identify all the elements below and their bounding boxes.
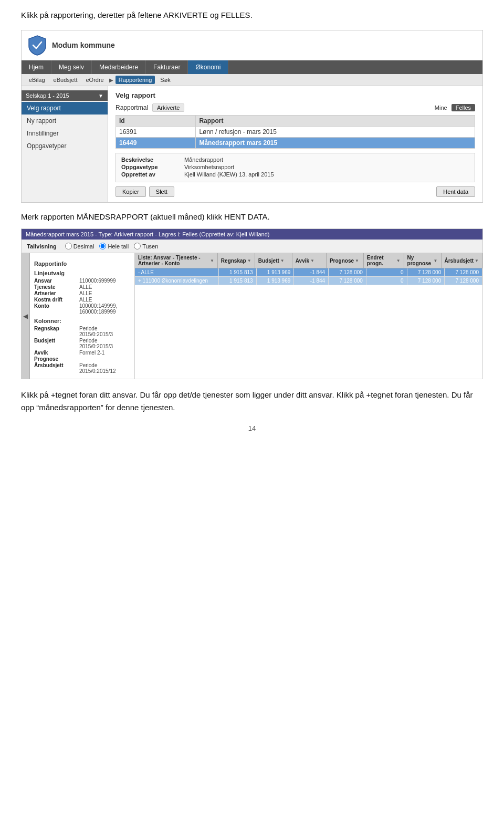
info-konto: Konto 100000:149999, 160000:189999: [34, 303, 130, 315]
sort-icon: ▼: [310, 258, 314, 263]
cell-rapport: Månedsrapport mars 2015: [196, 138, 475, 149]
label-prognose: Prognose: [34, 356, 76, 362]
detail-label: Oppgavetype: [121, 164, 179, 170]
sort-icon: ▼: [280, 258, 285, 263]
header-ny-prognose: Ny prognose ▼: [404, 253, 442, 268]
screenshot-2: Månedsrapport mars 2015 - Type: Arkivert…: [21, 228, 483, 379]
report-body: ◀ Rapportinfo Linjeutvalg Ansvar 110000:…: [22, 253, 482, 379]
value-budsjett: Periode 2015/0:2015/3: [79, 338, 130, 349]
cell-prognose: 7 128 000: [329, 277, 366, 285]
label-ansvar: Ansvar: [34, 278, 76, 284]
header-arsbudsjett-label: Årsbudsjett: [445, 258, 474, 264]
cell-avvik: -1 844: [294, 268, 329, 276]
info-tjeneste: Tjeneste ALLE: [34, 284, 130, 290]
header-budsjett-label: Budsjett: [258, 258, 279, 264]
col-id: Id: [116, 116, 196, 127]
report-left-panel: Rapportinfo Linjeutvalg Ansvar 110000:69…: [30, 253, 135, 379]
cell-arsbudsjett: 7 128 000: [445, 277, 482, 285]
sidebar: Selskap 1 - 2015 ▼ Velg rapport Ny rappo…: [22, 86, 108, 202]
kopier-button[interactable]: Kopier: [116, 186, 146, 197]
rapportmal-value[interactable]: Arkiverte: [152, 103, 184, 112]
cell-ny-prognose: 7 128 000: [407, 277, 445, 285]
header-arsbudsjett: Årsbudsjett ▼: [442, 253, 482, 268]
nav-okonomi[interactable]: Økonomi: [188, 60, 228, 74]
nav-hjem[interactable]: Hjem: [22, 60, 51, 74]
middle-text: Merk rapporten MÅNEDSRAPPORT (aktuell må…: [21, 212, 483, 221]
sidebar-item-velg-rapport[interactable]: Velg rapport: [22, 102, 108, 115]
radio-tusen[interactable]: Tusen: [134, 243, 158, 249]
cell-budsjett: 1 913 969: [257, 277, 295, 285]
table-row[interactable]: 16449 Månedsrapport mars 2015: [116, 138, 475, 149]
info-regnskap: Regnskap Periode 2015/0:2015/3: [34, 326, 130, 337]
detail-value-opprettet: Kjell Willand (KJEW) 13. april 2015: [184, 171, 274, 178]
cell-endret: 0: [366, 277, 407, 285]
nav-medarbeidere[interactable]: Medarbeidere: [92, 60, 146, 74]
left-toggle-arrow[interactable]: ◀: [22, 253, 30, 379]
table-row[interactable]: 16391 Lønn / refusjon - mars 2015: [116, 127, 475, 138]
radio-group: Desimal Hele tall Tusen: [65, 243, 159, 249]
cell-budsjett: 1 913 969: [257, 268, 295, 276]
header-endret-label: Endret progn.: [367, 255, 395, 266]
label-tjeneste: Tjeneste: [34, 284, 76, 290]
sub-nav-sok[interactable]: Søk: [157, 76, 174, 84]
header-prognose-label: Prognose: [330, 258, 354, 264]
value-arsbudsjett: Periode 2015/0:2015/12: [79, 362, 130, 374]
label-konto: Konto: [34, 303, 76, 315]
radio-tusen-input[interactable]: [134, 243, 141, 249]
col-rapport: Rapport: [196, 116, 475, 127]
nav-meg-selv[interactable]: Meg selv: [51, 60, 92, 74]
sub-nav-eordre[interactable]: eOrdre: [82, 76, 107, 84]
value-ansvar: 110000:699999: [79, 278, 116, 284]
value-konto: 100000:149999, 160000:189999: [79, 303, 130, 315]
main-content: Selskap 1 - 2015 ▼ Velg rapport Ny rappo…: [22, 86, 482, 202]
value-kostra: ALLE: [79, 297, 92, 303]
info-kostra: Kostra drift ALLE: [34, 297, 130, 303]
detail-value-beskrivelse: Månedsrapport: [184, 157, 223, 163]
radio-tusen-label: Tusen: [142, 243, 158, 249]
sidebar-item-ny-rapport[interactable]: Ny rapport: [22, 115, 108, 127]
felles-tag[interactable]: Felles: [452, 104, 475, 111]
sidebar-company-arrow: ▼: [98, 93, 103, 99]
hent-data-button[interactable]: Hent data: [436, 186, 475, 197]
sub-nav-rapportering[interactable]: Rapportering: [116, 76, 155, 84]
value-avvik: Formel 2-1: [79, 350, 104, 356]
cell-avvik: -1 844: [294, 277, 329, 285]
table-row[interactable]: - ALLE 1 915 813 1 913 969 -1 844 7 128 …: [135, 268, 482, 277]
company-name: Modum kommune: [52, 41, 115, 49]
tallvisning-label: Tallvisning: [27, 243, 57, 249]
table-row[interactable]: + 111000 Økonomiavdelingen 1 915 813 1 9…: [135, 277, 482, 285]
radio-hele-tall-input[interactable]: [99, 243, 106, 249]
info-arsbudsjett: Årsbudsjett Periode 2015/0:2015/12: [34, 362, 130, 374]
top-nav: Hjem Meg selv Medarbeidere Fakturaer Øko…: [22, 60, 482, 74]
header-prognose: Prognose ▼: [327, 253, 364, 268]
sidebar-company[interactable]: Selskap 1 - 2015 ▼: [22, 90, 108, 101]
bottom-text: Klikk på +tegnet foran ditt ansvar. Du f…: [21, 389, 483, 414]
cell-id: 16391: [116, 127, 196, 138]
radio-hele-tall[interactable]: Hele tall: [99, 243, 129, 249]
label-regnskap: Regnskap: [34, 326, 76, 337]
report-sub-area: Tallvisning Desimal Hele tall Tusen: [22, 240, 482, 253]
sub-nav-ebilag[interactable]: eBilag: [26, 76, 48, 84]
sub-nav-ebudsjett[interactable]: eBudsjett: [50, 76, 81, 84]
sidebar-item-oppgavetyper[interactable]: Oppgavetyper: [22, 140, 108, 152]
header-ny-prognose-label: Ny prognose: [407, 255, 433, 266]
detail-section: Beskrivelse Månedsrapport Oppgavetype Vi…: [116, 153, 475, 182]
buttons-row: Kopier Slett Hent data: [116, 186, 475, 197]
detail-label: Opprettet av: [121, 171, 179, 178]
report-data-area: Liste: Ansvar - Tjeneste - Artserier - K…: [135, 253, 482, 379]
right-panel: Velg rapport Rapportmal Arkiverte Mine F…: [108, 86, 482, 202]
sidebar-item-innstillinger[interactable]: Innstillinger: [22, 127, 108, 140]
cell-rapport: Lønn / refusjon - mars 2015: [196, 127, 475, 138]
label-avvik: Avvik: [34, 350, 76, 356]
radio-desimal[interactable]: Desimal: [65, 243, 94, 249]
header-endret: Endret progn. ▼: [364, 253, 404, 268]
rapportmal-row: Rapportmal Arkiverte Mine Felles: [116, 103, 475, 112]
sort-icon: ▼: [210, 258, 214, 263]
report-header-bar: Månedsrapport mars 2015 - Type: Arkivert…: [22, 229, 482, 240]
nav-fakturaer[interactable]: Fakturaer: [146, 60, 188, 74]
slett-button[interactable]: Slett: [149, 186, 174, 197]
logo-bar: Modum kommune: [22, 30, 482, 60]
detail-row-beskrivelse: Beskrivelse Månedsrapport: [121, 157, 469, 163]
buttons-left: Kopier Slett: [116, 186, 174, 197]
radio-desimal-input[interactable]: [65, 243, 72, 249]
